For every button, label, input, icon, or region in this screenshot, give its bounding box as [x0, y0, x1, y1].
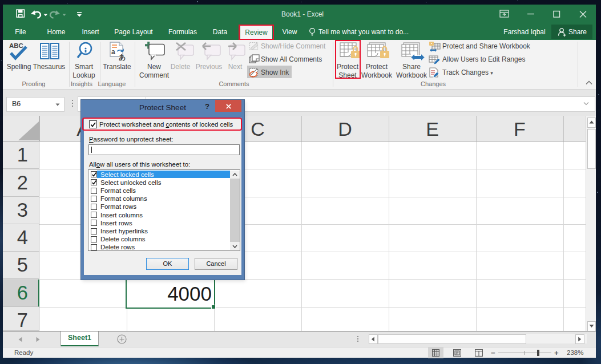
svg-text:ABC: ABC	[9, 42, 23, 49]
svg-text:あ: あ	[119, 53, 126, 61]
svg-text:a: a	[111, 48, 115, 56]
